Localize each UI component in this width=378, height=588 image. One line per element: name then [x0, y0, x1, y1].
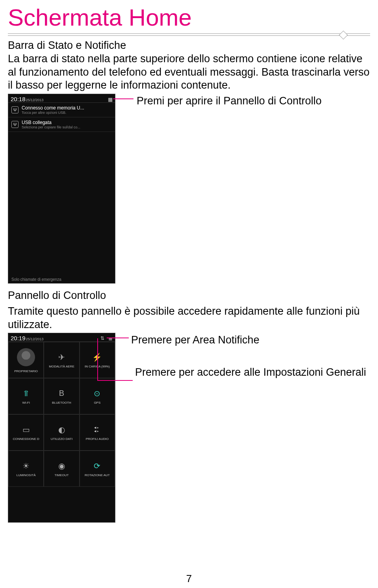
qs-tile-icon: ▭	[22, 425, 30, 435]
page-title: Schermata Home	[0, 0, 378, 33]
callout-general-settings: Premere per accedere alle Impostazioni G…	[121, 347, 370, 379]
qs-tile-label: TIMEOUT	[54, 473, 69, 477]
qs-tile-icon: ⊙	[94, 388, 100, 399]
callout-line-vert	[97, 338, 98, 381]
title-divider	[8, 33, 370, 36]
emergency-calls-label: Solo chiamate di emergenza	[11, 277, 61, 282]
qs-tile-label: MODALITÀ AERE	[48, 365, 75, 368]
notifications-panel-screenshot: 20:18 25/12/2013 ▦ ΨConnesso come memori…	[8, 94, 115, 284]
callout-line	[97, 380, 133, 381]
usb-icon: Ψ	[11, 121, 19, 128]
qs-tile-icon: ✈	[58, 352, 65, 362]
status-bar[interactable]: 20:18 25/12/2013 ▦	[8, 94, 115, 103]
qs-tile[interactable]: ⥣WI-FI	[8, 378, 44, 414]
callout-line	[113, 98, 133, 99]
qs-tile[interactable]: ▭CONNESSIONE D	[8, 414, 44, 451]
qs-tile-icon: ☀	[22, 461, 30, 471]
qs-tile-icon: ⥣	[23, 388, 30, 399]
status-time: 20:18	[11, 96, 26, 102]
qs-tile-icon	[17, 347, 35, 367]
avatar-icon	[17, 348, 35, 366]
qs-tile-label: GPS	[93, 401, 101, 404]
qs-tile[interactable]: ⊙GPS	[80, 378, 115, 414]
qs-tile-label: LUMINOSITÀ	[16, 473, 37, 477]
quick-settings-icon[interactable]: ▦	[108, 96, 113, 102]
control-panel-screenshot: 20:19 25/12/2013 ⇅ ≣ PROPRIETARIO✈MODALI…	[8, 333, 115, 523]
qs-tile[interactable]: ВBLUETOOTH	[44, 378, 79, 414]
qs-tile-label: UTILIZZO DATI	[50, 437, 73, 441]
callout-notifications-area: Premere per Area Notifiche	[121, 333, 370, 347]
notification-title: Connesso come memoria U...	[22, 105, 112, 111]
qs-tile[interactable]: ◀▸◀▸PROFILI AUDIO	[80, 414, 115, 451]
status-date: 25/12/2013	[26, 98, 44, 102]
qs-tile-label: BLUETOOTH	[51, 401, 72, 404]
section1-heading: Barra di Stato e Notifiche	[0, 39, 378, 52]
qs-tile-icon: ◉	[58, 461, 65, 471]
qs-tile[interactable]: ✈MODALITÀ AERE	[44, 342, 79, 378]
qs-tile[interactable]: ◉TIMEOUT	[44, 451, 79, 487]
notification-subtitle: Seleziona per copiare file sul/dal co...	[22, 125, 112, 129]
usb-icon: Ψ	[11, 106, 19, 113]
qs-tile-label: WI-FI	[21, 401, 31, 404]
qs-time: 20:19	[11, 335, 26, 341]
notification-subtitle: Tocca per altre opzioni USB.	[22, 111, 112, 115]
section2-heading: Pannello di Controllo	[0, 289, 378, 302]
qs-tile-icon: В	[59, 388, 64, 399]
audio-sliders-icon: ◀▸◀▸	[94, 426, 100, 433]
qs-tile-icon: ◐	[58, 425, 65, 435]
callout-open-control-panel: Premi per aprire il Pannello di Controll…	[121, 94, 370, 108]
qs-tile-label: PROPRIETARIO	[13, 369, 39, 373]
qs-tile-label: PROFILI AUDIO	[85, 437, 109, 441]
notification-item[interactable]: ΨConnesso come memoria U...Tocca per alt…	[8, 103, 115, 117]
section2-paragraph: Tramite questo pannello è possibile acce…	[0, 305, 378, 332]
section1-paragraph: La barra di stato nella parte superiore …	[0, 52, 378, 92]
qs-tile-icon: ◀▸◀▸	[94, 425, 100, 435]
notification-item[interactable]: ΨUSB collegataSeleziona per copiare file…	[8, 117, 115, 132]
list-icon[interactable]: ≣	[108, 336, 113, 341]
notification-title: USB collegata	[22, 120, 112, 125]
qs-tile[interactable]: ◐UTILIZZO DATI	[44, 414, 79, 451]
qs-status-bar[interactable]: 20:19 25/12/2013 ⇅ ≣	[8, 333, 115, 342]
qs-tile[interactable]: ☀LUMINOSITÀ	[8, 451, 44, 487]
settings-icon[interactable]: ⇅	[100, 336, 104, 341]
qs-tile-label: ROTAZIONE AUT	[84, 473, 111, 477]
page-number: 7	[0, 573, 378, 585]
qs-date: 25/12/2013	[26, 337, 44, 341]
callout-line	[107, 338, 129, 338]
qs-tile-label: CONNESSIONE D	[12, 437, 40, 441]
qs-tile[interactable]: PROPRIETARIO	[8, 342, 44, 378]
qs-tile[interactable]: ⟳ROTAZIONE AUT	[80, 451, 115, 487]
qs-tile-icon: ⟳	[94, 461, 100, 471]
